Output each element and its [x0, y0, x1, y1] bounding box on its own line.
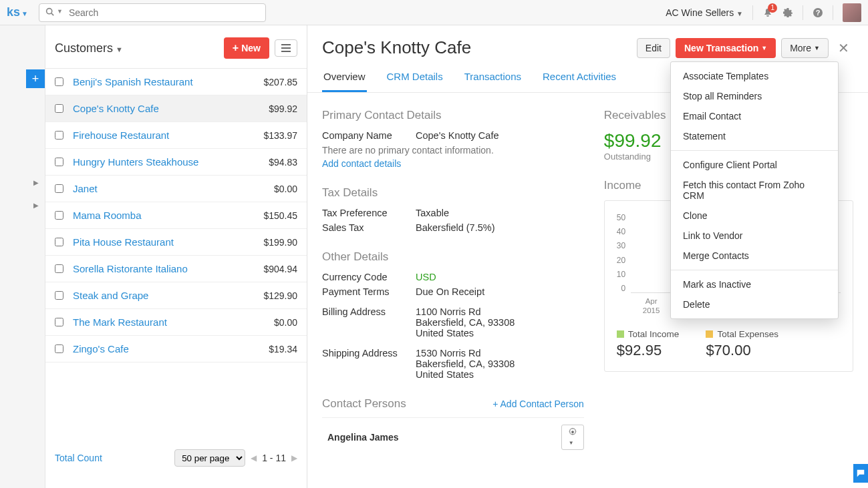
add-contact-person-link[interactable]: + Add Contact Person: [492, 399, 584, 409]
customer-name-link[interactable]: Firehouse Restaurant: [73, 130, 169, 141]
page-range: 1 - 11: [262, 453, 286, 463]
more-menu-item[interactable]: Clone: [671, 206, 838, 226]
section-heading: Other Details: [322, 250, 584, 264]
avatar[interactable]: [843, 3, 861, 22]
customer-row[interactable]: The Mark Restaurant$0.00: [45, 309, 307, 336]
row-checkbox[interactable]: [55, 344, 63, 353]
customer-list-panel: Customers▼ +New Benji's Spanish Restaura…: [45, 25, 307, 488]
tax-pref-label: Tax Preference: [322, 208, 416, 218]
chevron-right-icon[interactable]: ▶: [33, 202, 39, 209]
customer-row[interactable]: Sorella Ristorante Italiano$904.94: [45, 256, 307, 282]
search-icon[interactable]: ▼: [45, 7, 63, 16]
customer-row[interactable]: Steak and Grape$129.90: [45, 282, 307, 309]
notification-badge: 1: [768, 3, 777, 13]
tab-transactions[interactable]: Transactions: [463, 71, 523, 92]
help-icon[interactable]: ?: [813, 7, 823, 18]
caret-down-icon: ▼: [814, 45, 820, 51]
list-menu-button[interactable]: [275, 39, 297, 57]
caret-down-icon: ▼: [569, 440, 574, 446]
row-checkbox[interactable]: [55, 211, 63, 220]
tax-details-section: Tax Details Tax Preference Taxable Sales…: [322, 186, 584, 233]
customer-name-link[interactable]: Mama Roomba: [73, 210, 142, 221]
add-contact-details-link[interactable]: Add contact details: [322, 158, 584, 169]
row-checkbox[interactable]: [55, 158, 63, 166]
prev-page[interactable]: ◀: [251, 453, 257, 463]
quick-add-button[interactable]: +: [26, 69, 45, 88]
row-checkbox[interactable]: [55, 104, 63, 113]
more-menu-item[interactable]: Delete: [671, 294, 838, 314]
more-menu-item[interactable]: Email Contact: [671, 106, 838, 126]
chat-fab[interactable]: [853, 464, 868, 483]
svg-line-1: [51, 13, 53, 15]
customer-name-link[interactable]: Janet: [73, 183, 98, 194]
more-menu-item[interactable]: Stop all Reminders: [671, 86, 838, 106]
more-menu-item[interactable]: Configure Client Portal: [671, 155, 838, 175]
customer-row[interactable]: Firehouse Restaurant$133.97: [45, 122, 307, 149]
divider: [803, 5, 803, 20]
billing-address-label: Billing Address: [322, 306, 416, 338]
more-menu-item[interactable]: Associate Templates: [671, 66, 838, 86]
caret-down-icon: ▼: [761, 45, 767, 51]
next-page[interactable]: ▶: [291, 453, 297, 463]
customer-row[interactable]: Hungry Hunters Steakhouse$94.83: [45, 149, 307, 176]
customer-name-link[interactable]: The Mark Restaurant: [73, 316, 167, 328]
more-menu-item[interactable]: Merge Contacts: [671, 246, 838, 266]
new-transaction-button[interactable]: New Transaction ▼: [676, 38, 776, 58]
contact-person-gear-button[interactable]: ▼: [561, 425, 584, 450]
org-switcher[interactable]: AC Wine Sellers ▼: [666, 7, 743, 18]
row-checkbox[interactable]: [55, 77, 63, 86]
total-income-value: $92.95: [617, 342, 680, 359]
new-customer-button[interactable]: +New: [224, 37, 269, 59]
row-checkbox[interactable]: [55, 318, 63, 326]
tax-pref-value: Taxable: [416, 208, 449, 218]
row-checkbox[interactable]: [55, 238, 63, 246]
customer-row[interactable]: Mama Roomba$150.45: [45, 202, 307, 229]
customer-detail-panel: Cope's Knotty Cafe Edit New Transaction …: [307, 25, 868, 488]
customer-amount: $99.92: [269, 103, 297, 114]
tab-crm-details[interactable]: CRM Details: [386, 71, 444, 92]
row-checkbox[interactable]: [55, 131, 63, 140]
row-checkbox[interactable]: [55, 264, 63, 273]
chevron-right-icon[interactable]: ▶: [33, 179, 39, 186]
customer-name-link[interactable]: Steak and Grape: [73, 290, 148, 301]
customer-name-link[interactable]: Zingo's Cafe: [73, 343, 129, 354]
legend-swatch-expense: [706, 330, 713, 338]
customer-row[interactable]: Janet$0.00: [45, 176, 307, 202]
customer-row[interactable]: Zingo's Cafe$19.34: [45, 336, 307, 362]
customer-row[interactable]: Benji's Spanish Restaurant$207.85: [45, 69, 307, 95]
row-checkbox[interactable]: [55, 184, 63, 193]
org-name: AC Wine Sellers: [666, 7, 734, 18]
hamburger-icon: [281, 44, 291, 52]
more-button[interactable]: More ▼: [781, 38, 829, 58]
customer-name-link[interactable]: Pita House Restaurant: [73, 236, 174, 248]
top-bar: ks▼ ▼ AC Wine Sellers ▼ 1 ?: [0, 0, 868, 25]
more-menu-item[interactable]: Mark as Inactive: [671, 274, 838, 294]
per-page-select[interactable]: 50 per page: [174, 449, 245, 467]
row-checkbox[interactable]: [55, 291, 63, 300]
list-title-dropdown[interactable]: Customers▼: [55, 41, 123, 55]
gear-icon[interactable]: [782, 7, 793, 18]
total-count-link[interactable]: Total Count: [55, 453, 102, 463]
tab-recent-activities[interactable]: Recent Activities: [541, 71, 617, 92]
bell-icon[interactable]: 1: [762, 7, 773, 18]
close-icon[interactable]: ✕: [834, 37, 853, 59]
legend-swatch-income: [617, 330, 624, 338]
customer-name-link[interactable]: Benji's Spanish Restaurant: [73, 76, 193, 87]
company-name-value: Cope's Knotty Cafe: [416, 130, 498, 141]
search-input[interactable]: [39, 3, 266, 22]
brand[interactable]: ks▼: [7, 5, 35, 19]
currency-value: USD: [416, 272, 436, 282]
payment-terms-label: Payment Terms: [322, 286, 416, 297]
customer-row[interactable]: Cope's Knotty Cafe$99.92: [45, 95, 307, 122]
more-menu-item[interactable]: Statement: [671, 126, 838, 146]
customer-name-link[interactable]: Sorella Ristorante Italiano: [73, 263, 188, 274]
tab-overview[interactable]: Overview: [322, 71, 367, 92]
no-contact-text: There are no primary contact information…: [322, 145, 584, 156]
customer-row[interactable]: Pita House Restaurant$199.90: [45, 229, 307, 256]
more-dropdown-menu: Associate TemplatesStop all RemindersEma…: [670, 61, 839, 319]
edit-button[interactable]: Edit: [637, 38, 670, 58]
customer-name-link[interactable]: Cope's Knotty Cafe: [73, 103, 159, 114]
more-menu-item[interactable]: Fetch this contact From Zoho CRM: [671, 175, 838, 206]
customer-name-link[interactable]: Hungry Hunters Steakhouse: [73, 156, 198, 168]
more-menu-item[interactable]: Link to Vendor: [671, 226, 838, 246]
